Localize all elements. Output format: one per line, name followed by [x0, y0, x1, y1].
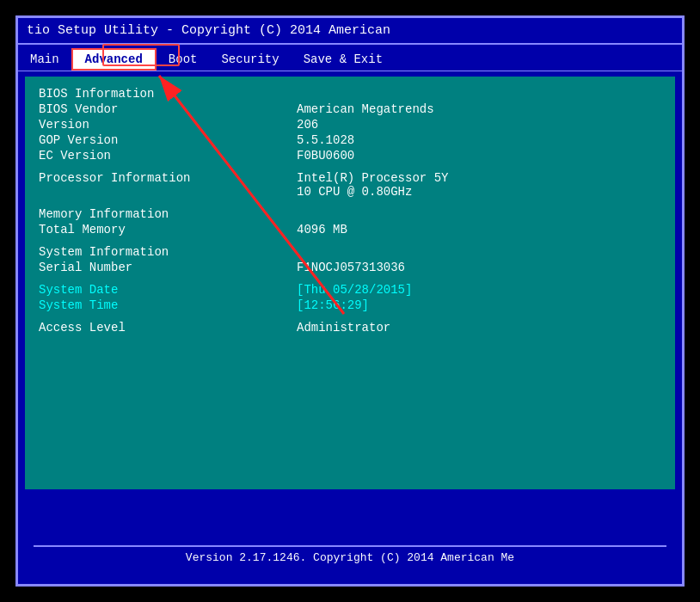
footer-text: Version 2.17.1246. Copyright (C) 2014 Am…	[186, 551, 514, 564]
menu-item-save-exit[interactable]: Save & Exit	[292, 50, 395, 69]
bios-vendor-row: BIOS Vendor American Megatrends	[39, 102, 661, 116]
system-date-row[interactable]: System Date [Thu 05/28/2015]	[39, 283, 661, 297]
processor-row: Processor Information Intel(R) Processor…	[39, 171, 661, 199]
system-date-label: System Date	[39, 283, 297, 297]
content-area: BIOS Information BIOS Vendor American Me…	[25, 77, 675, 489]
processor-info-section: Processor Information Intel(R) Processor…	[39, 171, 661, 199]
ec-version-value: F0BU0600	[297, 149, 354, 163]
menu-item-main[interactable]: Main	[18, 50, 71, 69]
bios-window: tio Setup Utility - Copyright (C) 2014 A…	[15, 15, 685, 587]
gop-version-row: GOP Version 5.5.1028	[39, 133, 661, 147]
total-memory-label: Total Memory	[39, 223, 297, 236]
serial-number-label: Serial Number	[39, 261, 297, 274]
title-bar: tio Setup Utility - Copyright (C) 2014 A…	[18, 18, 682, 45]
memory-info-section: Memory Information Total Memory 4096 MB	[39, 207, 661, 236]
version-row: Version 206	[39, 118, 661, 132]
system-date-value: [Thu 05/28/2015]	[297, 283, 412, 297]
ec-version-row: EC Version F0BU0600	[39, 149, 661, 163]
bios-vendor-value: American Megatrends	[297, 102, 434, 116]
processor-label: Processor Information	[39, 171, 297, 199]
footer-bar: Version 2.17.1246. Copyright (C) 2014 Am…	[34, 545, 666, 568]
total-memory-value: 4096 MB	[297, 223, 347, 236]
bios-info-section: BIOS Information BIOS Vendor American Me…	[39, 87, 661, 163]
processor-value: Intel(R) Processor 5Y 10 CPU @ 0.80GHz	[297, 171, 448, 199]
serial-number-row: Serial Number F1NOCJ057313036	[39, 261, 661, 274]
serial-number-value: F1NOCJ057313036	[297, 261, 405, 274]
version-value: 206	[297, 118, 318, 132]
total-memory-row: Total Memory 4096 MB	[39, 223, 661, 236]
gop-version-label: GOP Version	[39, 133, 297, 147]
ec-version-label: EC Version	[39, 149, 297, 163]
system-time-label: System Time	[39, 298, 297, 312]
bios-info-header: BIOS Information	[39, 87, 661, 101]
access-level-row: Access Level Administrator	[39, 321, 661, 335]
menu-item-boot[interactable]: Boot	[157, 50, 210, 69]
gop-version-value: 5.5.1028	[297, 133, 354, 147]
system-time-value: [12:56:29]	[297, 298, 369, 312]
access-level-value: Administrator	[297, 321, 390, 335]
menu-bar: Main Advanced Boot Security Save & Exit	[18, 45, 682, 71]
memory-info-header: Memory Information	[39, 207, 661, 221]
bios-vendor-label: BIOS Vendor	[39, 102, 297, 116]
access-level-label: Access Level	[39, 321, 297, 335]
menu-item-advanced[interactable]: Advanced	[71, 48, 157, 71]
title-text: tio Setup Utility - Copyright (C) 2014 A…	[27, 23, 390, 38]
system-info-section: System Information Serial Number F1NOCJ0…	[39, 245, 661, 274]
menu-item-security[interactable]: Security	[209, 50, 291, 69]
system-time-row[interactable]: System Time [12:56:29]	[39, 298, 661, 312]
system-info-header: System Information	[39, 245, 661, 259]
version-label: Version	[39, 118, 297, 132]
